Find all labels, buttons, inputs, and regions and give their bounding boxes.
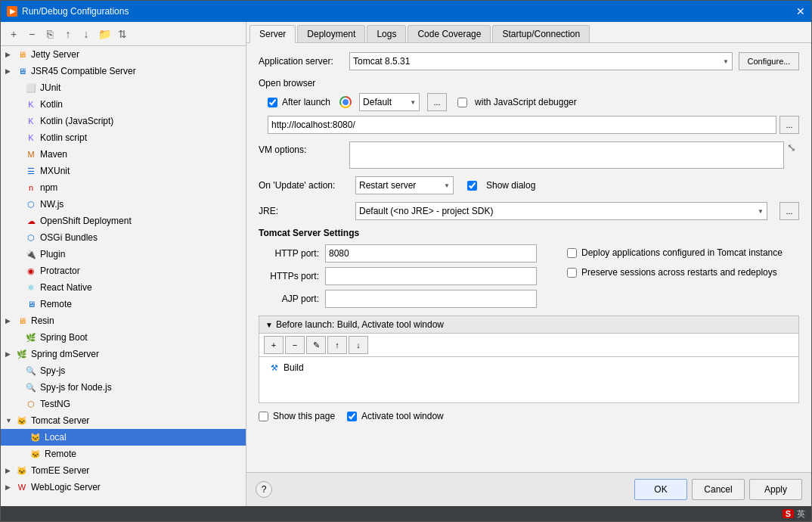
activate-tool-window-checkbox[interactable] (347, 412, 357, 421)
add-config-button[interactable]: + (5, 26, 22, 42)
tree-item-label: Protractor (40, 266, 80, 276)
browser-more-button[interactable]: ... (427, 93, 447, 111)
tree-item-label: Tomcat Server (31, 415, 89, 426)
tab-server[interactable]: Server (249, 25, 296, 43)
ok-button[interactable]: OK (634, 479, 687, 500)
configure-button[interactable]: Configure... (739, 52, 799, 70)
tree-item-label: Remote (45, 449, 76, 459)
jre-more-button[interactable]: ... (779, 202, 799, 220)
tree-item-tomcat-local[interactable]: ▶ 🐱 Local (1, 429, 246, 446)
update-action-dropdown[interactable]: Restart server (355, 176, 454, 194)
tree-item-weblogic[interactable]: ▶ W WebLogic Server (1, 479, 246, 496)
tree-item-label: OSGi Bundles (40, 232, 98, 243)
tree-item-kotlin[interactable]: ▶ K Kotlin (1, 96, 246, 113)
https-port-input[interactable] (325, 267, 537, 285)
tree-item-label: WebLogic Server (31, 482, 101, 492)
before-launch-toggle[interactable]: ▼ (265, 321, 273, 329)
tree-item-tomee[interactable]: ▶ 🐱 TomEE Server (1, 462, 246, 479)
http-port-label: HTTP port: (259, 248, 319, 259)
tab-logs[interactable]: Logs (367, 25, 406, 42)
show-dialog-checkbox[interactable] (467, 181, 477, 191)
app-server-row: Application server: Tomcat 8.5.31 Config… (259, 52, 799, 70)
copy-config-button[interactable]: ⎘ (42, 26, 58, 42)
before-launch-up-button[interactable]: ↑ (327, 336, 347, 354)
arrow-icon: ▶ (5, 51, 14, 58)
jre-dropdown[interactable]: Default (<no JRE> - project SDK) (355, 202, 767, 220)
tree-item-testng[interactable]: ▶ ⬡ TestNG (1, 396, 246, 412)
url-more-button[interactable]: ... (779, 116, 799, 134)
tree-item-openshift[interactable]: ▶ ☁ OpenShift Deployment (1, 213, 246, 229)
activate-tool-window-row: Activate tool window (347, 411, 444, 421)
cancel-button[interactable]: Cancel (692, 479, 745, 500)
tab-startup-connection[interactable]: Startup/Connection (492, 25, 590, 42)
left-toolbar: + − ⎘ ↑ ↓ 📁 ⇅ (1, 22, 246, 46)
tree-item-nwjs[interactable]: ▶ ⬡ NW.js (1, 196, 246, 213)
browser-dropdown[interactable]: Default (359, 93, 420, 111)
close-button[interactable]: ✕ (796, 5, 805, 17)
tree-item-label: Kotlin (40, 99, 63, 110)
help-button[interactable]: ? (256, 481, 272, 498)
tree-item-spy-js-node[interactable]: ▶ 🔍 Spy-js for Node.js (1, 379, 246, 396)
tree-item-kotlin-script[interactable]: ▶ K Kotlin script (1, 129, 246, 146)
tree-item-spring-dm[interactable]: ▶ 🌿 Spring dmServer (1, 346, 246, 362)
tree-item-plugin[interactable]: ▶ 🔌 Plugin (1, 246, 246, 263)
tree-item-npm[interactable]: ▶ n npm (1, 179, 246, 196)
vm-options-label: VM options: (259, 144, 349, 155)
sort-button[interactable]: ⇅ (114, 26, 131, 42)
ajp-port-input[interactable] (325, 290, 537, 308)
before-launch-edit-button[interactable]: ✎ (306, 336, 326, 354)
tree-item-tomcat-remote[interactable]: ▶ 🐱 Remote (1, 446, 246, 462)
tree-item-junit[interactable]: ▶ ⬜ JUnit (1, 79, 246, 96)
ports-left: HTTP port: HTTPs port: AJP port: (259, 244, 537, 308)
move-config-up-button[interactable]: ↑ (60, 26, 76, 42)
show-this-page-checkbox[interactable] (259, 412, 268, 421)
tree-item-jsr45[interactable]: ▶ 🖥 JSR45 Compatible Server (1, 63, 246, 79)
before-launch-remove-button[interactable]: − (285, 336, 305, 354)
open-browser-label: Open browser (259, 78, 799, 89)
activate-tool-window-label: Activate tool window (361, 411, 444, 421)
preserve-sessions-checkbox[interactable] (567, 268, 577, 278)
server-config-panel: Application server: Tomcat 8.5.31 Config… (246, 43, 811, 472)
ime-indicator: S 英 (783, 508, 805, 520)
ime-lang-label: 英 (797, 508, 805, 520)
folder-button[interactable]: 📁 (96, 26, 113, 42)
tree-item-mxunit[interactable]: ▶ ☰ MXUnit (1, 163, 246, 179)
after-launch-checkbox[interactable] (268, 98, 277, 107)
vm-expand-button[interactable]: ⤡ (787, 141, 799, 154)
preserve-sessions-row: Preserve sessions across restarts and re… (567, 267, 783, 278)
http-port-input[interactable] (325, 244, 537, 263)
tab-code-coverage[interactable]: Code Coverage (408, 25, 491, 42)
tree-item-osgi[interactable]: ▶ ⬡ OSGi Bundles (1, 229, 246, 246)
apply-button[interactable]: Apply (749, 479, 802, 500)
chrome-icon (339, 96, 352, 108)
vm-options-input[interactable] (349, 141, 784, 169)
tree-item-kotlin-js[interactable]: ▶ K Kotlin (JavaScript) (1, 113, 246, 129)
js-debugger-checkbox[interactable] (457, 98, 467, 107)
app-server-dropdown[interactable]: Tomcat 8.5.31 (349, 52, 733, 70)
remove-config-button[interactable]: − (23, 26, 40, 42)
tree-item-label: MXUnit (40, 166, 70, 176)
tree-item-spy-js[interactable]: ▶ 🔍 Spy-js (1, 362, 246, 379)
tree-item-tomcat[interactable]: ▼ 🐱 Tomcat Server (1, 412, 246, 429)
move-config-down-button[interactable]: ↓ (78, 26, 95, 42)
tree-item-resin[interactable]: ▶ 🖥 Resin (1, 312, 246, 329)
tree-item-spring-boot[interactable]: ▶ 🌿 Spring Boot (1, 329, 246, 346)
tree-item-label: React Native (40, 282, 92, 293)
left-panel: + − ⎘ ↑ ↓ 📁 ⇅ ▶ 🖥 Jetty Server ▶ 🖥 JSR (1, 22, 246, 506)
mxunit-icon: ☰ (25, 165, 37, 177)
deploy-checkbox[interactable] (567, 248, 577, 258)
url-input[interactable] (268, 116, 776, 134)
tree-item-react-native[interactable]: ▶ ⚛ React Native (1, 279, 246, 296)
tree-item-protractor[interactable]: ▶ ◉ Protractor (1, 263, 246, 279)
before-launch-down-button[interactable]: ↓ (349, 336, 368, 354)
before-launch-add-button[interactable]: + (264, 336, 284, 354)
show-dialog-label: Show dialog (486, 180, 535, 191)
config-tree: ▶ 🖥 Jetty Server ▶ 🖥 JSR45 Compatible Se… (1, 46, 246, 506)
tab-deployment[interactable]: Deployment (297, 25, 365, 42)
right-panel: Server Deployment Logs Code Coverage Sta… (246, 22, 811, 506)
tree-item-remote[interactable]: ▶ 🖥 Remote (1, 296, 246, 312)
tree-item-label: Spy-js (40, 365, 65, 376)
tree-item-label: Kotlin (JavaScript) (40, 116, 113, 126)
tree-item-jetty[interactable]: ▶ 🖥 Jetty Server (1, 46, 246, 63)
tree-item-maven[interactable]: ▶ M Maven (1, 146, 246, 163)
